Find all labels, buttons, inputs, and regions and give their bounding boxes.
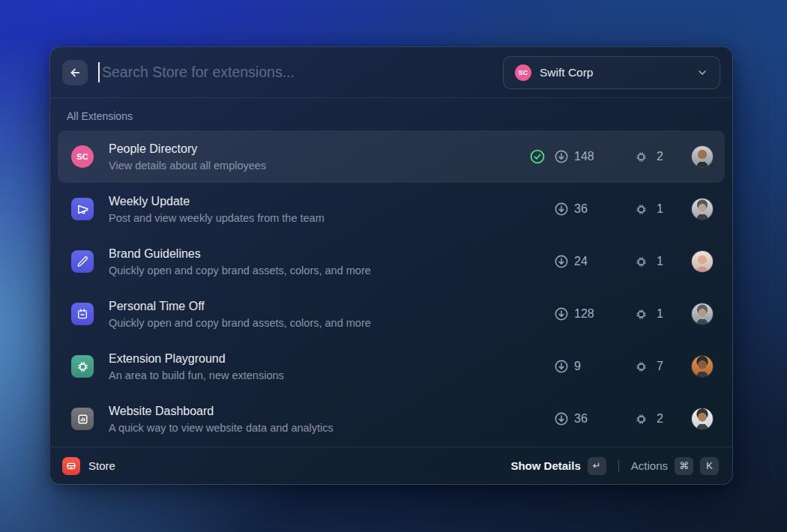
org-avatar: SC — [515, 64, 531, 81]
download-count-icon — [554, 411, 569, 426]
download-count-icon — [554, 254, 569, 269]
author-avatar — [692, 356, 713, 377]
extension-subtitle: Quickly open and copy brand assets, colo… — [109, 317, 521, 329]
extension-list: All Extensions SC People Directory View … — [50, 98, 732, 447]
download-count: 36 — [574, 412, 588, 426]
download-count-icon — [554, 306, 569, 321]
commands-chip-icon — [635, 308, 648, 321]
extension-subtitle: An area to build fun, new extensions — [109, 369, 521, 381]
download-count: 148 — [574, 150, 594, 163]
commands-count: 2 — [657, 412, 663, 426]
list-item-website-dashboard[interactable]: Website Dashboard A quick way to view we… — [58, 393, 725, 445]
actions-button[interactable]: Actions ⌘ K — [630, 454, 720, 478]
cmd-keycap: ⌘ — [675, 457, 693, 475]
section-header: All Extensions — [58, 98, 725, 130]
download-count-icon — [554, 202, 569, 217]
commands-chip-icon — [635, 256, 648, 268]
commands-chip-icon — [635, 151, 648, 163]
commands-count: 7 — [657, 360, 663, 373]
extension-title: Extension Playground — [109, 352, 521, 366]
back-button[interactable] — [62, 60, 88, 85]
download-count-icon — [554, 359, 569, 374]
extension-subtitle: View details about all employees — [109, 160, 521, 172]
org-name: Swift Corp — [540, 66, 682, 79]
author-avatar — [692, 199, 713, 220]
extension-subtitle: A quick way to view website data and ana… — [109, 422, 521, 434]
store-command-palette: SC Swift Corp All Extensions SC People D… — [49, 46, 733, 485]
list-item-personal-time-off[interactable]: Personal Time Off Quickly open and copy … — [58, 288, 725, 340]
app-name: Store — [88, 459, 115, 472]
search-bar — [98, 47, 492, 97]
desktop-background: { "search": { "placeholder": "Search Sto… — [0, 0, 787, 532]
sc-avatar: SC — [71, 145, 94, 168]
author-avatar — [692, 251, 713, 272]
footer-divider — [618, 460, 619, 472]
store-app-icon — [62, 457, 80, 475]
arrow-left-icon — [68, 66, 82, 79]
extension-title: People Directory — [109, 142, 521, 156]
commands-chip-icon — [635, 360, 648, 373]
commands-chip-icon — [635, 413, 648, 426]
download-count: 36 — [574, 202, 588, 216]
extension-title: Personal Time Off — [109, 300, 521, 313]
author-avatar — [692, 146, 713, 167]
verified-check-icon — [529, 148, 546, 165]
search-input[interactable] — [102, 47, 492, 97]
download-count-icon — [554, 149, 569, 164]
k-keycap: K — [700, 457, 719, 475]
download-count: 128 — [574, 307, 594, 321]
list-item-extension-playground[interactable]: Extension Playground An area to build fu… — [58, 340, 725, 393]
bar-chart-icon — [71, 408, 94, 430]
author-avatar — [692, 408, 713, 429]
enter-keycap: ↵ — [588, 457, 606, 475]
commands-count: 1 — [657, 255, 663, 268]
show-details-label: Show Details — [510, 459, 580, 472]
list-item-people-directory[interactable]: SC People Directory View details about a… — [58, 130, 725, 183]
megaphone-icon — [71, 198, 94, 220]
commands-chip-icon — [635, 203, 648, 216]
search-header: SC Swift Corp — [50, 47, 732, 98]
actions-label: Actions — [631, 459, 668, 472]
extension-subtitle: Post and view weekly updates from the te… — [109, 212, 521, 224]
chip-icon — [71, 355, 94, 378]
download-count: 24 — [574, 255, 588, 268]
list-item-brand-guidelines[interactable]: Brand Guidelines Quickly open and copy b… — [58, 235, 725, 288]
commands-count: 1 — [657, 202, 663, 216]
extension-subtitle: Quickly open and copy brand assets, colo… — [109, 265, 521, 276]
commands-count: 2 — [657, 150, 663, 163]
account-dropdown[interactable]: SC Swift Corp — [503, 56, 720, 89]
action-bar: Store Show Details ↵ Actions ⌘ K — [50, 447, 732, 484]
list-item-weekly-update[interactable]: Weekly Update Post and view weekly updat… — [58, 183, 725, 235]
text-cursor — [98, 62, 100, 82]
calendar-icon — [71, 303, 94, 325]
author-avatar — [692, 303, 713, 324]
show-details-button[interactable]: Show Details ↵ — [509, 454, 607, 478]
commands-count: 1 — [657, 307, 663, 321]
chevron-down-icon — [696, 67, 708, 79]
extension-title: Website Dashboard — [109, 405, 521, 418]
pen-icon — [71, 250, 94, 273]
extension-title: Brand Guidelines — [109, 247, 521, 261]
extension-title: Weekly Update — [109, 195, 521, 208]
download-count: 9 — [574, 360, 581, 373]
